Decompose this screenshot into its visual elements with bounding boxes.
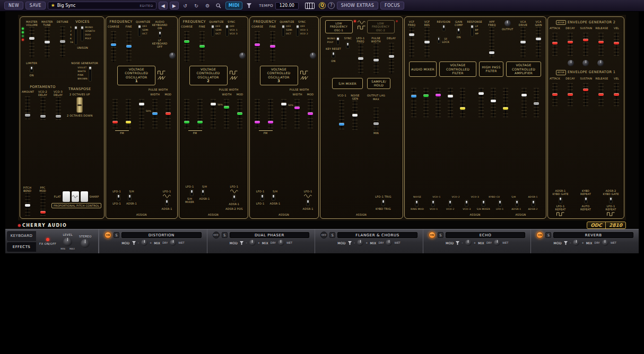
assign-label[interactable]: ASSIGN xyxy=(469,213,480,216)
slider-handle[interactable] xyxy=(424,41,430,43)
new-button[interactable]: NEW xyxy=(4,2,23,10)
slider-track[interactable] xyxy=(376,43,377,74)
slider-handle[interactable] xyxy=(126,45,132,48)
slider-track[interactable] xyxy=(376,108,377,131)
slider-track[interactable] xyxy=(570,83,571,107)
fx-mix-knob[interactable] xyxy=(494,240,500,246)
slider-handle[interactable] xyxy=(614,93,619,96)
midi-button[interactable]: MIDI xyxy=(225,2,243,10)
key-reset-switch[interactable] xyxy=(332,51,335,58)
route-switch[interactable] xyxy=(306,199,310,206)
slider-track[interactable] xyxy=(505,88,506,118)
help-button[interactable]: ? xyxy=(328,2,335,9)
fx-stereo-knob[interactable] xyxy=(81,239,90,248)
selector-switch[interactable] xyxy=(296,24,299,37)
show-extras-button[interactable]: SHOW EXTRAS xyxy=(337,2,378,10)
slider-handle[interactable] xyxy=(521,94,527,96)
slider-handle[interactable] xyxy=(520,41,526,43)
fx-power-button[interactable]: OFF xyxy=(320,232,327,238)
gain-comp-switch[interactable] xyxy=(457,28,460,34)
fx-power-button[interactable]: ON xyxy=(536,232,543,238)
slider-track[interactable] xyxy=(462,88,463,118)
funnel-icon[interactable] xyxy=(456,241,459,245)
slider-handle[interactable] xyxy=(270,45,275,48)
selector-switch[interactable] xyxy=(336,37,340,45)
tempo-value[interactable]: 120.00 xyxy=(275,2,299,10)
slider-handle[interactable] xyxy=(211,103,216,105)
funnel-icon[interactable] xyxy=(240,241,243,245)
zoom-magnifier-icon[interactable] xyxy=(214,2,223,10)
slider-handle[interactable] xyxy=(60,40,65,43)
fx-solo-button[interactable]: S xyxy=(114,232,119,238)
selector-switch[interactable] xyxy=(471,24,474,37)
slider-track[interactable] xyxy=(272,31,273,62)
vco2-knob[interactable] xyxy=(239,52,246,59)
tab-effects[interactable]: EFFECTS xyxy=(7,242,36,252)
toggle-switch[interactable] xyxy=(260,194,264,201)
slider-track[interactable] xyxy=(47,27,48,58)
slider-track[interactable] xyxy=(354,101,355,130)
envelope-knob[interactable] xyxy=(597,60,604,66)
slider-track[interactable] xyxy=(239,99,240,129)
toggle-switch[interactable] xyxy=(128,194,132,201)
slider-handle[interactable] xyxy=(614,42,619,45)
slider-handle[interactable] xyxy=(237,112,242,115)
ppc-flat-pad[interactable] xyxy=(63,191,70,202)
save-button[interactable]: SAVE xyxy=(25,2,46,10)
envelope-knob[interactable] xyxy=(582,60,589,66)
limiter-switch[interactable] xyxy=(30,66,33,73)
slider-handle[interactable] xyxy=(478,92,484,95)
favorite-star-icon[interactable]: ★ xyxy=(51,3,55,8)
fx-mod-knob[interactable] xyxy=(249,240,256,246)
slider-handle[interactable] xyxy=(583,39,588,41)
fx-solo-button[interactable]: S xyxy=(222,232,228,238)
slider-handle[interactable] xyxy=(126,121,131,123)
selector-switch[interactable] xyxy=(89,66,92,82)
fx-power-button[interactable]: ON xyxy=(429,232,436,238)
slider-handle[interactable] xyxy=(583,88,588,91)
slider-track[interactable] xyxy=(554,33,555,56)
toggle-switch[interactable] xyxy=(201,189,205,196)
toggle-switch[interactable] xyxy=(272,194,275,201)
next-preset-button[interactable]: ▶ xyxy=(170,2,179,10)
fx-solo-button[interactable]: S xyxy=(329,232,335,238)
toggle-switch[interactable] xyxy=(431,200,435,207)
gate-switch[interactable] xyxy=(559,197,562,203)
toggle-switch[interactable] xyxy=(415,200,419,207)
ui-lock-switch[interactable] xyxy=(437,37,440,43)
funnel-icon[interactable] xyxy=(564,241,568,245)
slider-track[interactable] xyxy=(128,31,129,62)
slider-track[interactable] xyxy=(186,99,187,129)
fx-mix-knob[interactable] xyxy=(278,240,284,246)
slider-handle[interactable] xyxy=(40,211,46,214)
slider-track[interactable] xyxy=(199,99,201,129)
toggle-switch[interactable] xyxy=(515,200,519,207)
keyboard-icon[interactable] xyxy=(305,3,315,9)
slider-handle[interactable] xyxy=(598,93,604,96)
slider-track[interactable] xyxy=(523,27,524,58)
slider-handle[interactable] xyxy=(40,115,46,118)
lfo-sync-switch[interactable] xyxy=(346,42,350,49)
assign-label[interactable]: ASSIGN xyxy=(322,213,401,216)
slider-handle[interactable] xyxy=(45,41,50,43)
slider-track[interactable] xyxy=(257,99,258,129)
toggle-switch[interactable] xyxy=(532,200,535,207)
slider-track[interactable] xyxy=(27,96,28,120)
fx-level-knob[interactable] xyxy=(63,237,72,246)
slider-handle[interactable] xyxy=(29,37,34,40)
slider-handle[interactable] xyxy=(294,107,300,109)
undo-icon[interactable]: ↺ xyxy=(181,2,190,10)
slider-track[interactable] xyxy=(585,33,586,56)
slider-track[interactable] xyxy=(270,99,271,129)
toggle-switch[interactable] xyxy=(465,200,468,207)
slider-handle[interactable] xyxy=(197,121,203,123)
gate-switch[interactable] xyxy=(609,197,613,203)
slider-track[interactable] xyxy=(202,31,203,62)
filter-funnel-icon[interactable] xyxy=(245,2,254,10)
slider-handle[interactable] xyxy=(489,51,494,54)
fx-solo-button[interactable]: S xyxy=(545,232,551,238)
fx-power-button[interactable]: ON xyxy=(105,232,111,238)
selector-switch[interactable] xyxy=(74,25,77,45)
slider-track[interactable] xyxy=(491,27,492,58)
slider-handle[interactable] xyxy=(409,33,414,36)
